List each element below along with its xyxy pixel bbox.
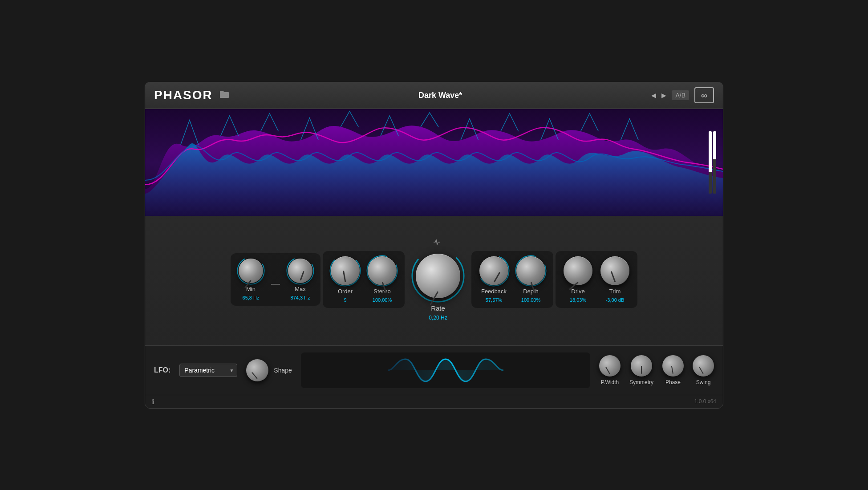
min-value: 65,8 Hz — [243, 295, 260, 300]
drive-knob-group: Drive 18,03% — [564, 256, 592, 303]
drive-label: Drive — [571, 288, 584, 295]
stereo-value: 100,00% — [373, 297, 392, 303]
trim-value: -3,00 dB — [606, 297, 625, 303]
drive-knob[interactable] — [564, 256, 592, 285]
next-button[interactable]: ▶ — [661, 92, 666, 99]
app-logo: PHASOR — [154, 88, 213, 102]
feedback-knob-group: Feedback 57,57% — [479, 256, 508, 303]
order-knob-group: Order 9 — [331, 256, 360, 303]
min-knob-group: Min 65,8 Hz — [239, 259, 263, 300]
lfo-type-select[interactable]: Parametric Sine Triangle Square Sawtooth — [179, 364, 237, 377]
depth-knob[interactable] — [516, 256, 545, 285]
lfo-waveform-display — [301, 352, 590, 388]
feedback-label: Feedback — [481, 288, 507, 295]
rate-knob[interactable] — [416, 254, 460, 298]
min-knob[interactable] — [239, 259, 263, 283]
symmetry-group: Symmetry — [629, 355, 653, 385]
header-controls: ◀ ▶ A/B — [651, 87, 714, 103]
uvi-logo — [694, 87, 714, 103]
rate-value: 0,20 Hz — [429, 315, 447, 321]
pwidth-label: P.Width — [601, 379, 619, 385]
lfo-wave-svg — [383, 355, 508, 386]
min-label: Min — [246, 286, 256, 292]
swing-knob[interactable] — [693, 355, 714, 377]
order-knob[interactable] — [331, 256, 360, 285]
trim-label: Trim — [609, 288, 621, 295]
header: PHASOR Dark Wave* ◀ ▶ A/B — [145, 82, 723, 109]
lfo-label: LFO: — [154, 366, 170, 374]
vu-bar-left — [709, 131, 712, 194]
phase-label: Phase — [665, 379, 681, 385]
controls-section: Min 65,8 Hz Max 874,3 Hz — [145, 216, 723, 395]
stereo-label: Stereo — [373, 288, 390, 295]
vu-meter — [709, 131, 718, 194]
symmetry-label: Symmetry — [629, 379, 653, 385]
depth-label: Depth — [523, 288, 539, 295]
folder-icon[interactable] — [219, 90, 229, 101]
phase-knob[interactable] — [662, 355, 684, 377]
depth-knob-group: Depth 100,00% — [516, 256, 545, 303]
pwidth-knob[interactable] — [599, 355, 621, 377]
order-label: Order — [338, 288, 353, 295]
trim-knob[interactable] — [600, 256, 629, 285]
pwidth-group: P.Width — [599, 355, 621, 385]
max-knob[interactable] — [288, 259, 312, 283]
plugin-container: PHASOR Dark Wave* ◀ ▶ A/B — [145, 82, 723, 409]
swing-group: Swing — [693, 355, 714, 385]
rate-group: Rate 0,20 Hz — [407, 238, 469, 321]
symmetry-knob[interactable] — [631, 355, 652, 377]
preset-name: Dark Wave* — [229, 91, 652, 100]
drive-trim-section: Drive 18,03% Trim -3,00 dB — [556, 251, 637, 308]
lfo-knobs: P.Width Symmetry Phase — [599, 355, 714, 385]
waveform-svg — [145, 109, 723, 216]
lfo-type-dropdown-wrapper: Parametric Sine Triangle Square Sawtooth… — [179, 364, 237, 377]
waveform-display — [145, 109, 723, 216]
ab-button[interactable]: A/B — [672, 90, 689, 100]
info-icon[interactable]: ℹ — [152, 397, 154, 406]
controls-row: Min 65,8 Hz Max 874,3 Hz — [145, 216, 723, 345]
depth-value: 100,00% — [521, 297, 540, 303]
stereo-knob-group: Stereo 100,00% — [368, 256, 397, 303]
footer: ℹ 1.0.0 x64 — [145, 395, 723, 408]
vu-bar-right — [713, 131, 716, 194]
prev-button[interactable]: ◀ — [651, 92, 656, 99]
phase-group: Phase — [662, 355, 684, 385]
shape-label: Shape — [274, 367, 292, 374]
shape-group: Shape — [246, 359, 292, 381]
shape-knob[interactable] — [246, 359, 268, 381]
order-value: 9 — [344, 297, 346, 303]
feedback-knob[interactable] — [479, 256, 508, 285]
max-value: 874,3 Hz — [290, 295, 310, 300]
version-text: 1.0.0 x64 — [694, 398, 716, 405]
max-knob-group: Max 874,3 Hz — [288, 259, 312, 300]
order-stereo-section: Order 9 Stereo 100,00% — [323, 251, 405, 308]
min-max-connector — [271, 284, 280, 285]
min-max-section: Min 65,8 Hz Max 874,3 Hz — [231, 253, 320, 306]
swing-label: Swing — [696, 379, 711, 385]
stereo-knob[interactable] — [368, 256, 397, 285]
rate-label: Rate — [431, 304, 445, 312]
trim-knob-group: Trim -3,00 dB — [600, 256, 629, 303]
max-label: Max — [295, 286, 306, 292]
lfo-section: LFO: Parametric Sine Triangle Square Saw… — [145, 345, 723, 395]
feedback-depth-section: Feedback 57,57% Depth 100,00% — [471, 251, 553, 308]
feedback-value: 57,57% — [486, 297, 502, 303]
drive-value: 18,03% — [570, 297, 586, 303]
